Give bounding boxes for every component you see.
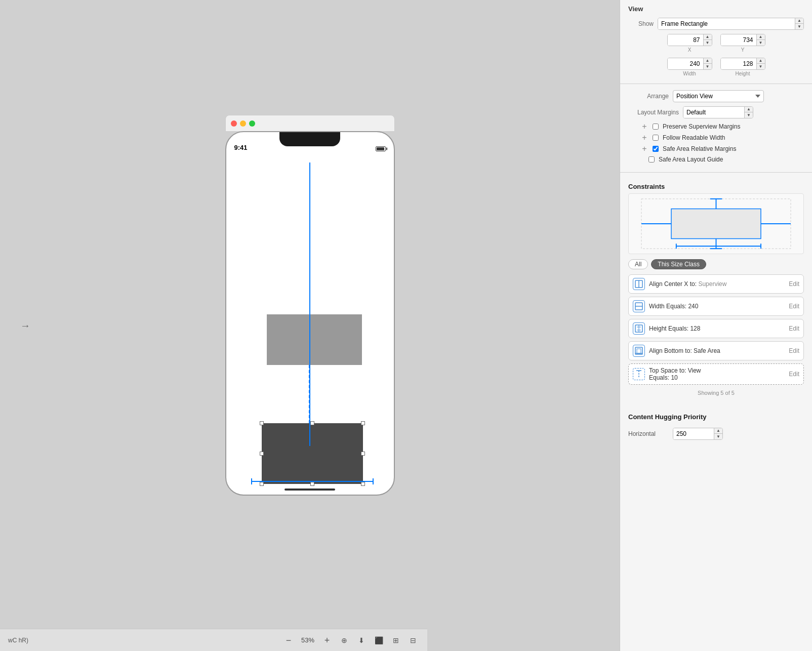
constraint-5-edit[interactable]: Edit	[789, 371, 799, 378]
tool-button-5[interactable]: ⊟	[407, 634, 419, 646]
gray-rect-lower-selected[interactable]	[262, 423, 363, 484]
width-stepper-down[interactable]: ▼	[704, 64, 712, 69]
traffic-light-red[interactable]	[231, 120, 237, 127]
y-stepper-up[interactable]: ▲	[757, 34, 765, 40]
constraint-width-equals: Width Equals: 240 Edit	[628, 297, 804, 316]
arrange-row: Arrange Position View	[628, 90, 804, 102]
horizontal-priority-down[interactable]: ▼	[714, 434, 722, 439]
selection-handle-tc[interactable]	[310, 421, 314, 425]
content-hugging-section: Content Hugging Priority Horizontal 250 …	[620, 403, 812, 448]
show-stepper-down[interactable]: ▼	[795, 24, 803, 29]
x-input[interactable]	[668, 34, 703, 46]
height-stepper-down[interactable]: ▼	[757, 64, 765, 69]
zoom-in-button[interactable]: +	[322, 635, 332, 645]
constraint-icon-4	[633, 345, 645, 357]
y-field-col: ▲ ▼ Y	[720, 34, 765, 53]
traffic-light-yellow[interactable]	[240, 120, 246, 127]
safe-area-layout-row: Safe Area Layout Guide	[636, 156, 804, 163]
iphone-frame: 9:41	[225, 131, 395, 496]
height-input[interactable]	[721, 58, 756, 69]
follow-readable-label: Follow Readable Width	[663, 134, 725, 141]
height-stepper-up[interactable]: ▲	[757, 58, 765, 64]
layout-margins-stepper: ▲ ▼	[744, 107, 753, 118]
flow-arrow: →	[20, 320, 30, 332]
zoom-control: − 53% +	[283, 635, 332, 645]
tool-button-1[interactable]: ⊕	[338, 634, 350, 646]
zoom-level: 53%	[298, 636, 318, 644]
svg-rect-24	[637, 349, 641, 353]
constraint-3-edit[interactable]: Edit	[789, 325, 799, 332]
tool-button-4[interactable]: ⊞	[390, 634, 402, 646]
x-stepper: ▲ ▼	[703, 34, 712, 46]
x-stepper-up[interactable]: ▲	[704, 34, 712, 40]
constraint-align-center-x: Align Center X to: Superview Edit	[628, 274, 804, 294]
preserve-superview-row: + Preserve Superview Margins	[636, 123, 804, 131]
constraint-4-edit[interactable]: Edit	[789, 347, 799, 354]
width-input-container: ▲ ▼	[667, 58, 712, 70]
status-icons	[376, 146, 386, 151]
tab-all[interactable]: All	[628, 259, 648, 269]
selection-handle-tl[interactable]	[260, 421, 264, 425]
height-label: Height	[736, 71, 750, 76]
constraint-top-space: Top Space to: View Equals: 10 Edit	[628, 363, 804, 385]
y-input-container: ▲ ▼	[720, 34, 765, 46]
width-stepper: ▲ ▼	[703, 58, 712, 69]
right-panel: View Show Frame Rectangle ▲ ▼ ▲	[620, 0, 812, 651]
traffic-light-green[interactable]	[249, 120, 255, 127]
constraint-icon-1	[633, 278, 645, 290]
safe-area-relative-label: Safe Area Relative Margins	[663, 145, 736, 152]
content-hugging-title: Content Hugging Priority	[628, 408, 804, 424]
follow-readable-checkbox[interactable]	[653, 135, 659, 141]
bottom-tools: ⊕ ⬇ ⬛ ⊞ ⊟	[338, 634, 419, 646]
y-label: Y	[741, 47, 745, 53]
x-stepper-down[interactable]: ▼	[704, 40, 712, 46]
tool-button-2[interactable]: ⬇	[355, 634, 368, 646]
layout-margins-up[interactable]: ▲	[745, 107, 753, 112]
preserve-plus-btn[interactable]: +	[640, 123, 648, 131]
constraint-icon-5	[633, 368, 645, 380]
preserve-superview-checkbox[interactable]	[653, 124, 659, 130]
window-chrome	[225, 115, 395, 131]
selection-handle-tr[interactable]	[361, 421, 365, 425]
y-stepper-down[interactable]: ▼	[757, 40, 765, 46]
layout-margins-select[interactable]: Default	[683, 107, 744, 118]
view-section-label: View	[620, 0, 812, 16]
bottom-status-bar: wC hR) − 53% + ⊕ ⬇ ⬛ ⊞ ⊟	[0, 629, 427, 651]
constraint-2-edit[interactable]: Edit	[789, 303, 799, 310]
constraint-5-label: Top Space to: View Equals: 10	[649, 367, 785, 381]
iphone-container: 9:41	[225, 115, 395, 496]
constraints-section: Constraints	[620, 173, 812, 403]
selection-handle-mr[interactable]	[361, 452, 365, 456]
width-label: Width	[683, 71, 696, 76]
layout-margins-down[interactable]: ▼	[745, 112, 753, 118]
tab-this-size-class[interactable]: This Size Class	[651, 259, 706, 269]
horizontal-priority-up[interactable]: ▲	[714, 428, 722, 434]
zoom-out-button[interactable]: −	[283, 635, 294, 645]
horizontal-priority-stepper: ▲ ▼	[714, 428, 722, 439]
safe-area-layout-checkbox[interactable]	[648, 156, 655, 162]
canvas-area: → 9:41	[0, 0, 620, 651]
arrange-select[interactable]: Position View	[673, 90, 764, 102]
layout-margins-label: Layout Margins	[628, 109, 679, 116]
follow-readable-plus-btn[interactable]: +	[640, 134, 648, 142]
show-stepper-up[interactable]: ▲	[795, 18, 803, 24]
show-row: Show Frame Rectangle ▲ ▼	[628, 18, 804, 30]
y-input[interactable]	[721, 34, 756, 46]
width-stepper-up[interactable]: ▲	[704, 58, 712, 64]
constraint-1-edit[interactable]: Edit	[789, 280, 799, 288]
selection-handle-ml[interactable]	[260, 452, 264, 456]
tool-button-3[interactable]: ⬛	[373, 634, 385, 646]
constraint-1-label: Align Center X to: Superview	[649, 280, 785, 288]
safe-area-relative-checkbox[interactable]	[653, 146, 659, 152]
horizontal-priority-container: 250 ▲ ▼	[673, 428, 723, 440]
horizontal-priority-select[interactable]: 250	[673, 428, 714, 439]
constraints-diagram	[628, 193, 804, 254]
arrange-label: Arrange	[628, 93, 669, 100]
gray-rect-upper[interactable]	[267, 314, 362, 365]
show-stepper: ▲ ▼	[795, 18, 803, 29]
width-input[interactable]	[668, 58, 703, 69]
svg-rect-4	[671, 209, 761, 239]
show-select[interactable]: Frame Rectangle	[658, 18, 795, 29]
safe-area-relative-plus-btn[interactable]: +	[640, 145, 648, 153]
constraint-line-vertical	[309, 162, 310, 446]
